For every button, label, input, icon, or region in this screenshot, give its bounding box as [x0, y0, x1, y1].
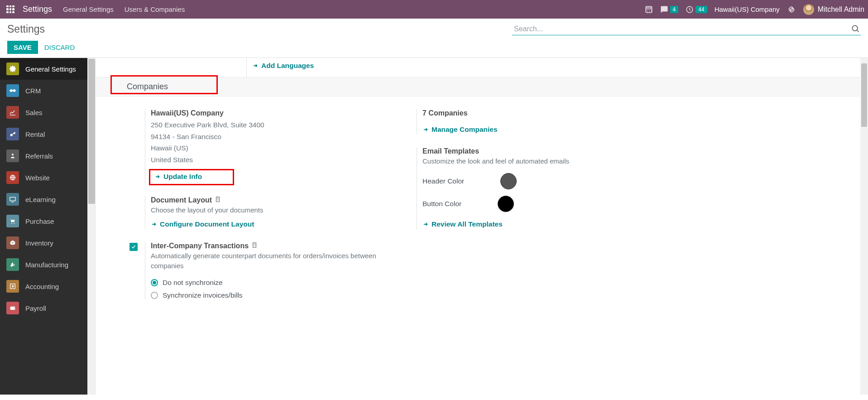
- manage-companies-label: Manage Companies: [432, 125, 498, 134]
- header-color-swatch[interactable]: [500, 173, 517, 189]
- save-button[interactable]: SAVE: [7, 41, 38, 54]
- button-color-label: Button Color: [422, 200, 461, 208]
- sidebar-item-referrals[interactable]: Referrals: [0, 145, 96, 167]
- cp-top: Settings: [7, 23, 861, 35]
- building-icon: [215, 196, 221, 204]
- radio-no-sync[interactable]: Do not synchronize: [151, 279, 377, 287]
- sidebar-item-rental[interactable]: Rental: [0, 123, 96, 145]
- arrow-right-icon: [422, 126, 429, 133]
- chart-icon: [6, 106, 19, 119]
- header-color-label: Header Color: [422, 177, 464, 185]
- review-templates-link[interactable]: Review All Templates: [422, 220, 503, 228]
- empty-chk: [395, 147, 409, 229]
- sidebar-item-elearning[interactable]: eLearning: [0, 188, 96, 210]
- companies-settings-grid: Hawaii(US) Company 250 Executive Park Bl…: [96, 96, 860, 312]
- svg-point-2: [852, 25, 858, 31]
- app-title[interactable]: Settings: [23, 5, 52, 14]
- svg-point-8: [11, 223, 12, 224]
- sidebar-item-manufacturing[interactable]: Manufacturing: [0, 254, 96, 275]
- company-switcher[interactable]: Hawaii(US) Company: [715, 5, 780, 13]
- avatar: [803, 4, 814, 15]
- screen-icon: [6, 193, 19, 206]
- debug-icon[interactable]: [787, 5, 796, 14]
- configure-doc-layout-link[interactable]: Configure Document Layout: [151, 220, 254, 228]
- messages-badge: 4: [670, 6, 679, 13]
- section-companies-title: Companies: [127, 82, 168, 91]
- sidebar-item-crm[interactable]: CRM: [0, 80, 96, 101]
- svg-rect-7: [10, 197, 15, 201]
- topbar: Settings General Settings Users & Compan…: [0, 0, 868, 19]
- voip-icon[interactable]: [645, 5, 653, 14]
- add-languages-link[interactable]: Add Languages: [252, 62, 314, 70]
- email-tpl-title: Email Templates: [422, 147, 648, 155]
- handshake-icon: [6, 84, 19, 97]
- arrow-right-icon: [252, 63, 259, 69]
- radio-label: Do not synchronize: [163, 279, 223, 287]
- cp-bottom: SAVE DISCARD: [7, 35, 861, 58]
- user-name: Mitchell Admin: [818, 5, 864, 14]
- company-name: Hawaii(US) Company: [151, 109, 377, 117]
- sidebar-item-label: Manufacturing: [25, 261, 68, 269]
- manage-companies-link[interactable]: Manage Companies: [422, 125, 498, 134]
- search-wrap: [512, 23, 861, 35]
- arrow-right-icon: [151, 221, 157, 227]
- radio-sync-inv[interactable]: Synchronize invoices/bills: [151, 291, 377, 299]
- sidebar-item-website[interactable]: Website: [0, 167, 96, 188]
- update-info-label: Update Info: [163, 173, 202, 181]
- settings-sidebar: General Settings CRM Sales Rental Referr…: [0, 58, 96, 395]
- content-scrollbar[interactable]: [860, 58, 868, 395]
- apps-menu-icon[interactable]: [6, 5, 14, 14]
- configure-doc-layout-label: Configure Document Layout: [160, 220, 254, 228]
- user-menu[interactable]: Mitchell Admin: [803, 4, 864, 15]
- doc-layout-block: Document Layout Choose the layout of you…: [123, 196, 377, 229]
- sidebar-item-payroll[interactable]: Payroll: [0, 297, 96, 319]
- review-templates-label: Review All Templates: [432, 220, 503, 228]
- interco-radio-group: Do not synchronize Synchronize invoices/…: [151, 279, 377, 299]
- activities-icon[interactable]: 44: [686, 5, 707, 14]
- search-input[interactable]: [512, 23, 861, 35]
- arrow-right-icon: [154, 173, 161, 180]
- sidebar-scrollbar[interactable]: [87, 58, 96, 395]
- interco-desc: Automatically generate counterpart docum…: [151, 251, 377, 271]
- update-info-link[interactable]: Update Info: [151, 170, 206, 183]
- sidebar-item-purchase[interactable]: Purchase: [0, 210, 96, 232]
- add-languages-label: Add Languages: [261, 62, 314, 70]
- button-color-swatch[interactable]: [498, 196, 514, 212]
- sidebar-item-label: Payroll: [25, 304, 46, 312]
- company-address: 250 Executive Park Blvd, Suite 3400 9413…: [151, 119, 377, 165]
- wallet-icon: [6, 302, 19, 314]
- svg-point-5: [12, 154, 14, 155]
- messages-icon[interactable]: 4: [660, 5, 679, 14]
- sidebar-item-general[interactable]: General Settings: [0, 58, 96, 80]
- globe-icon: [6, 171, 19, 184]
- interco-checkbox[interactable]: [129, 243, 138, 251]
- arrow-right-icon: [422, 221, 429, 227]
- key-icon: [6, 128, 19, 140]
- sidebar-item-inventory[interactable]: Inventory: [0, 232, 96, 254]
- interco-title: Inter-Company Transactions: [151, 242, 377, 250]
- company-info-block: Hawaii(US) Company 250 Executive Park Bl…: [123, 109, 377, 183]
- gear-icon: [6, 63, 19, 75]
- radio-icon: [151, 292, 158, 299]
- control-panel: Settings SAVE DISCARD: [0, 19, 868, 58]
- menu-users-companies[interactable]: Users & Companies: [125, 5, 185, 13]
- sidebar-item-sales[interactable]: Sales: [0, 101, 96, 123]
- svg-rect-12: [216, 197, 220, 202]
- person-icon: [6, 149, 19, 162]
- sidebar-item-accounting[interactable]: Accounting: [0, 275, 96, 297]
- wrench-icon: [6, 258, 19, 271]
- doc-layout-title: Document Layout: [151, 196, 377, 204]
- add-languages-row: Add Languages: [246, 58, 860, 77]
- cart-icon: [6, 215, 19, 227]
- search-icon[interactable]: [851, 24, 860, 35]
- empty-chk: [395, 109, 409, 135]
- main: General Settings CRM Sales Rental Referr…: [0, 58, 868, 395]
- menu-general-settings[interactable]: General Settings: [63, 5, 114, 13]
- money-icon: [6, 280, 19, 293]
- sidebar-item-label: Inventory: [25, 239, 53, 247]
- topbar-right: 4 44 Hawaii(US) Company Mitchell Admin: [645, 4, 864, 15]
- discard-button[interactable]: DISCARD: [44, 43, 75, 51]
- svg-point-9: [14, 223, 14, 224]
- topbar-left: Settings General Settings Users & Compan…: [4, 5, 185, 14]
- interco-chk-wrap: [123, 242, 138, 299]
